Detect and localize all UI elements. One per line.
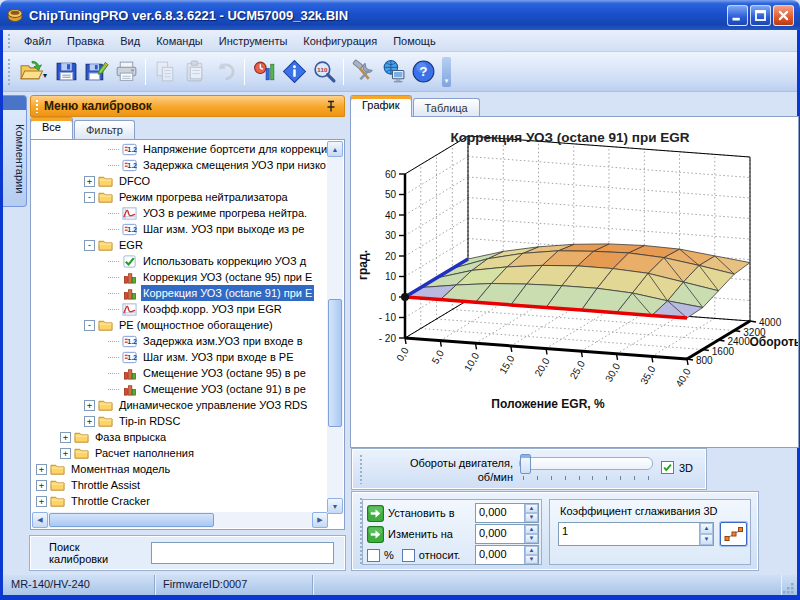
scroll-up-icon[interactable]: ▲ [327,141,343,157]
smooth-3d-button[interactable] [720,522,747,546]
expand-icon[interactable]: + [84,400,95,411]
tree-item[interactable]: +DFCO [32,173,327,189]
tree-item[interactable]: +Расчет наполнения [32,445,327,461]
tree-item[interactable]: УОЗ в режиме прогрева нейтра. [32,205,327,221]
tree-item[interactable]: +Фаза впрыска [32,429,327,445]
tree-item[interactable]: Смещение УОЗ (octane 91) в ре [32,381,327,397]
undo-icon[interactable] [210,57,240,87]
apply-change-button[interactable] [367,526,384,543]
tree-item[interactable]: 1.2Напряжение бортсети для коррекци [32,141,327,157]
menu-item-4[interactable]: Инструменты [211,32,296,50]
calib-tab-0[interactable]: Все [30,117,73,139]
expand-icon[interactable]: + [60,448,71,459]
copy-icon[interactable] [150,57,180,87]
tree-item[interactable]: +Tip-in RDSC [32,413,327,429]
tree-item[interactable]: 1.2Шаг изм. УОЗ при выходе из ре [32,221,327,237]
resize-grip[interactable] [781,575,797,595]
panel-grip[interactable] [35,99,40,113]
spin-up-icon[interactable]: ▲ [525,525,538,534]
info-icon[interactable] [279,57,309,87]
spin-down-icon[interactable]: ▼ [525,513,538,522]
tree-item[interactable]: 1.2Задержка смещения УОЗ при низко [32,157,327,173]
spin-down-icon[interactable]: ▼ [525,555,538,564]
save-icon[interactable] [51,57,81,87]
surface-chart[interactable]: 6050403020100- 10- 200,05,010,015,020,02… [352,118,798,449]
expand-icon[interactable]: + [36,496,47,507]
tree-item[interactable]: -EGR [32,237,327,253]
relative-value-spinner[interactable]: 0,000 ▲▼ [475,545,539,565]
tools-icon[interactable] [348,57,378,87]
view-tab-0[interactable]: График [350,95,412,117]
rpm-slider-thumb[interactable] [520,454,531,474]
apply-set-button[interactable] [367,505,384,522]
tree-item[interactable]: +Динамическое управление УОЗ RDS [32,397,327,413]
vertical-scroll-thumb[interactable] [328,299,342,427]
tree-horizontal-scrollbar[interactable]: ◀ ▶ [32,512,328,528]
menu-item-1[interactable]: Правка [59,32,112,50]
minimize-button[interactable] [727,5,748,26]
print-icon[interactable] [111,57,141,87]
horizontal-scroll-thumb[interactable] [49,513,214,527]
search-input[interactable] [151,542,334,564]
spin-up-icon[interactable]: ▲ [700,523,713,534]
relative-checkbox[interactable] [402,549,415,562]
menu-item-5[interactable]: Конфигурация [295,32,385,50]
pin-icon[interactable] [324,99,338,113]
expand-icon[interactable]: + [60,432,71,443]
view-tab-1[interactable]: Таблица [413,98,480,117]
toolbar-grip[interactable] [7,58,12,85]
tree-item[interactable]: -Режим прогрева нейтрализатора [32,189,327,205]
open-dropdown-caret[interactable]: ▾ [43,71,47,80]
menu-item-2[interactable]: Вид [112,32,148,50]
tree-item[interactable]: +Throttle Assist [32,477,327,493]
tree-item[interactable]: 1.2Задержка изм.УОЗ при входе в [32,333,327,349]
change-value[interactable]: 0,000 [476,525,524,543]
set-value-spinner[interactable]: 0,000 ▲▼ [475,503,539,523]
expand-icon[interactable]: + [84,176,95,187]
menu-item-6[interactable]: Помощь [385,32,444,50]
tree-item[interactable]: Смещение УОЗ (octane 95) в ре [32,365,327,381]
scroll-left-icon[interactable]: ◀ [32,512,48,528]
expand-icon[interactable]: + [36,464,47,475]
paste-icon[interactable] [180,57,210,87]
tree-item[interactable]: 1.2Шаг изм. УОЗ при входе в PE [32,349,327,365]
change-value-spinner[interactable]: 0,000 ▲▼ [475,524,539,544]
spin-up-icon[interactable]: ▲ [525,504,538,513]
scroll-right-icon[interactable]: ▶ [312,512,328,528]
tree-item[interactable]: Коррекция УОЗ (octane 95) при Е [32,269,327,285]
help-icon[interactable]: ? [408,57,438,87]
rpm-panel-grip[interactable] [359,454,364,484]
close-button[interactable] [773,5,794,26]
menu-item-3[interactable]: Команды [148,32,211,50]
smoothing-value[interactable]: 1 [559,523,699,545]
compare-icon[interactable] [249,57,279,87]
comments-tab[interactable]: Комментарии [3,95,27,207]
relative-value[interactable]: 0,000 [476,546,524,564]
zoom-110-icon[interactable]: 110 [309,57,339,87]
connect-icon[interactable] [378,57,408,87]
spin-down-icon[interactable]: ▼ [525,534,538,543]
title-bar[interactable]: ChipTuningPRO ver.6.8.3.6221 - UCM57009_… [0,0,800,30]
expand-icon[interactable]: + [84,416,95,427]
tree-vertical-scrollbar[interactable]: ▲ ▼ [327,141,343,514]
toolbar-overflow-chevron[interactable]: ▾ [442,57,451,87]
tree-item[interactable]: +Throttle Cracker [32,493,327,509]
set-value[interactable]: 0,000 [476,504,524,522]
tree-item[interactable]: Использовать коррекцию УОЗ д [32,253,327,269]
expand-icon[interactable]: + [36,480,47,491]
maximize-button[interactable] [750,5,771,26]
open-icon[interactable] [16,57,46,87]
percent-checkbox[interactable] [367,549,380,562]
collapse-icon[interactable]: - [84,192,95,203]
menubar-grip[interactable] [7,33,12,48]
menu-item-0[interactable]: Файл [16,32,59,50]
scroll-down-icon[interactable]: ▼ [327,498,343,514]
tree-item[interactable]: +Моментная модель [32,461,327,477]
tree-item[interactable]: Коррекция УОЗ (octane 91) при Е [32,285,327,301]
tree-item[interactable]: -PE (мощностное обогащение) [32,317,327,333]
collapse-icon[interactable]: - [84,320,95,331]
spin-up-icon[interactable]: ▲ [525,546,538,555]
smoothing-spinner[interactable]: 1 ▲▼ [558,522,714,546]
spin-down-icon[interactable]: ▼ [700,534,713,545]
rpm-slider[interactable] [519,457,653,470]
